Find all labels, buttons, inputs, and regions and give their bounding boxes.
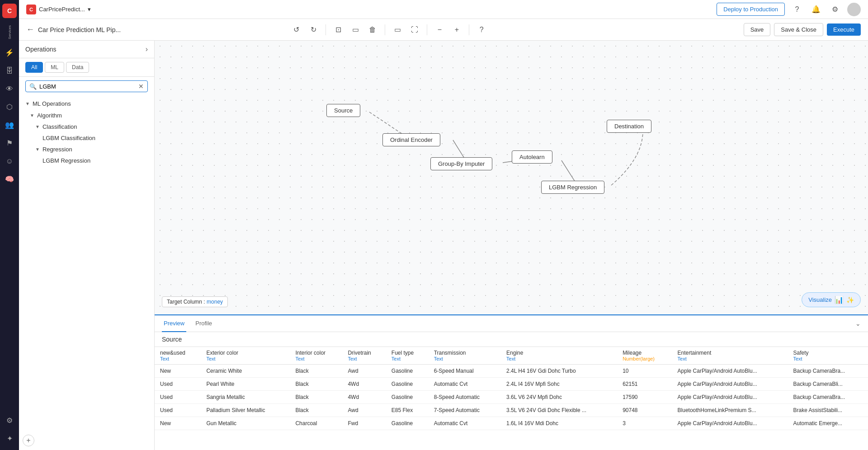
ml-operations-chevron: ▼ bbox=[25, 101, 30, 106]
visualize-label: Visualize bbox=[808, 296, 832, 303]
col-header-new-used: new&usedText bbox=[155, 347, 201, 365]
table-row: NewGun MetallicCharcoalFwdGasolineAutoma… bbox=[155, 417, 868, 430]
table-row: UsedPearl WhiteBlack4WdGasolineAutomatic… bbox=[155, 378, 868, 391]
execute-button[interactable]: Execute bbox=[827, 23, 861, 36]
add-operation-button[interactable]: + bbox=[23, 435, 34, 446]
nav-icon-users[interactable]: 👥 bbox=[1, 117, 18, 133]
save-close-button[interactable]: Save & Close bbox=[774, 23, 823, 36]
col-header-fuel: Fuel typeText bbox=[386, 347, 429, 365]
col-header-engine: EngineText bbox=[501, 347, 617, 365]
pipeline-canvas[interactable]: Source Ordinal Encoder Group-By Imputer … bbox=[155, 41, 868, 314]
ml-operations-header[interactable]: ▼ ML Operations bbox=[19, 98, 154, 110]
table-row: UsedSangria MetallicBlack4WdGasoline8-Sp… bbox=[155, 391, 868, 404]
classification-chevron: ▼ bbox=[35, 124, 40, 129]
col-header-entertainment: EntertainmentText bbox=[672, 347, 788, 365]
preview-tab-preview[interactable]: Preview bbox=[162, 315, 186, 332]
ml-operations-label: ML Operations bbox=[33, 100, 71, 107]
nav-icon-data[interactable]: 🗄 bbox=[1, 63, 18, 79]
collapse-panel-button[interactable]: › bbox=[146, 45, 148, 53]
canvas-area: Source Ordinal Encoder Group-By Imputer … bbox=[155, 41, 868, 450]
delete-button[interactable]: 🗑 bbox=[366, 23, 379, 37]
project-name: CarPricePredict... bbox=[39, 6, 85, 13]
project-dropdown-icon[interactable]: ▾ bbox=[88, 6, 91, 13]
zoom-out-button[interactable]: − bbox=[433, 23, 446, 37]
filter-tab-all[interactable]: All bbox=[25, 62, 43, 73]
services-label: Services bbox=[8, 25, 12, 39]
avatar[interactable] bbox=[847, 3, 861, 16]
source-node[interactable]: Source bbox=[326, 104, 360, 117]
undo-button[interactable]: ↺ bbox=[289, 23, 303, 37]
sparkle-icon: ✨ bbox=[846, 296, 854, 304]
nav-icon-settings[interactable]: ⚙ bbox=[1, 412, 18, 428]
deploy-to-production-button[interactable]: Deploy to Production bbox=[717, 3, 785, 16]
ordinal-encoder-node[interactable]: Ordinal Encoder bbox=[382, 133, 440, 146]
algorithm-header[interactable]: ▼ Algorithm bbox=[19, 110, 154, 121]
destination-node[interactable]: Destination bbox=[607, 120, 651, 133]
visualize-icon: 📊 bbox=[835, 295, 844, 304]
algorithm-label: Algorithm bbox=[37, 112, 62, 119]
preview-content: Source new&usedText Exterior colorText I… bbox=[155, 332, 868, 450]
redo-button[interactable]: ↻ bbox=[307, 23, 320, 37]
col-header-mileage: MileageNumber(large) bbox=[617, 347, 672, 365]
toolbar-divider-3 bbox=[427, 24, 427, 35]
operations-tree: ▼ ML Operations ▼ Algorithm ▼ Classifica… bbox=[19, 96, 154, 450]
autolearn-label: Autolearn bbox=[519, 154, 545, 160]
preview-expand-button[interactable]: ⌄ bbox=[855, 320, 861, 327]
nav-icon-flag[interactable]: ⚑ bbox=[1, 135, 18, 151]
preview-source-label: Source bbox=[155, 332, 868, 347]
nav-icon-ml[interactable]: 🧠 bbox=[1, 171, 18, 188]
search-input[interactable] bbox=[39, 83, 136, 90]
data-preview-panel: Preview Profile ⌄ Source new&usedText Ex… bbox=[155, 314, 868, 450]
filter-tab-ml[interactable]: ML bbox=[45, 62, 64, 73]
expand-button[interactable]: ⛶ bbox=[408, 23, 421, 37]
project-logo: C bbox=[26, 5, 36, 14]
top-bar: C CarPricePredict... ▾ Deploy to Product… bbox=[19, 0, 868, 19]
regression-chevron: ▼ bbox=[35, 147, 40, 152]
app-logo: C bbox=[2, 4, 17, 18]
filter-tab-data[interactable]: Data bbox=[66, 62, 89, 73]
main-content: C CarPricePredict... ▾ Deploy to Product… bbox=[19, 0, 868, 450]
view-button[interactable]: ▭ bbox=[391, 23, 404, 37]
visualize-button[interactable]: Visualize 📊 ✨ bbox=[802, 292, 861, 307]
toolbar-divider-1 bbox=[326, 24, 326, 35]
notifications-icon-btn[interactable]: 🔔 bbox=[809, 3, 823, 16]
destination-label: Destination bbox=[614, 123, 644, 130]
target-column-value: money bbox=[207, 299, 223, 305]
back-button[interactable]: ← bbox=[26, 25, 34, 34]
autolearn-node[interactable]: Autolearn bbox=[512, 150, 552, 164]
col-header-transmission: TransmissionText bbox=[429, 347, 501, 365]
lgbm-regression-label: LGBM Regression bbox=[549, 184, 597, 191]
lgbm-classification-item[interactable]: LGBM Classification bbox=[19, 132, 154, 144]
settings-icon-btn[interactable]: ⚙ bbox=[828, 3, 842, 16]
tablet-view-button[interactable]: ▭ bbox=[349, 23, 362, 37]
search-clear-button[interactable]: ✕ bbox=[138, 83, 144, 90]
nav-icon-monitor[interactable]: 👁 bbox=[1, 81, 18, 97]
help-canvas-button[interactable]: ? bbox=[475, 23, 488, 37]
nav-icon-hex[interactable]: ⬡ bbox=[1, 99, 18, 115]
search-icon: 🔍 bbox=[29, 83, 37, 90]
project-selector[interactable]: C CarPricePredict... ▾ bbox=[26, 5, 91, 14]
zoom-in-button[interactable]: + bbox=[450, 23, 463, 37]
toolbar-divider-4 bbox=[469, 24, 469, 35]
classification-label: Classification bbox=[42, 123, 77, 130]
source-node-label: Source bbox=[334, 107, 353, 114]
classification-header[interactable]: ▼ Classification bbox=[19, 121, 154, 132]
table-body: NewCeramic WhiteBlackAwdGasoline6-Speed … bbox=[155, 365, 868, 430]
group-by-imputer-node[interactable]: Group-By Imputer bbox=[430, 157, 492, 170]
save-button[interactable]: Save bbox=[744, 23, 771, 36]
lgbm-regression-node[interactable]: LGBM Regression bbox=[541, 181, 604, 194]
ordinal-encoder-label: Ordinal Encoder bbox=[390, 136, 433, 143]
table-header-row: new&usedText Exterior colorText Interior… bbox=[155, 347, 868, 365]
nav-icon-add[interactable]: ✦ bbox=[1, 430, 18, 446]
nav-icon-pipeline[interactable]: ⚡ bbox=[1, 45, 18, 61]
copy-button[interactable]: ⊡ bbox=[331, 23, 345, 37]
col-header-drivetrain: DrivetrainText bbox=[342, 347, 386, 365]
table-row: UsedPalladium Silver MetallicBlackAwdE85… bbox=[155, 404, 868, 417]
lgbm-regression-item[interactable]: LGBM Regression bbox=[19, 155, 154, 166]
operations-header: Operations › bbox=[19, 41, 154, 58]
regression-header[interactable]: ▼ Regression bbox=[19, 144, 154, 155]
nav-icon-face[interactable]: ☺ bbox=[1, 153, 18, 169]
preview-tab-profile[interactable]: Profile bbox=[193, 315, 214, 332]
help-icon-btn[interactable]: ? bbox=[790, 3, 804, 16]
target-column-label: Target Column : bbox=[167, 299, 207, 305]
